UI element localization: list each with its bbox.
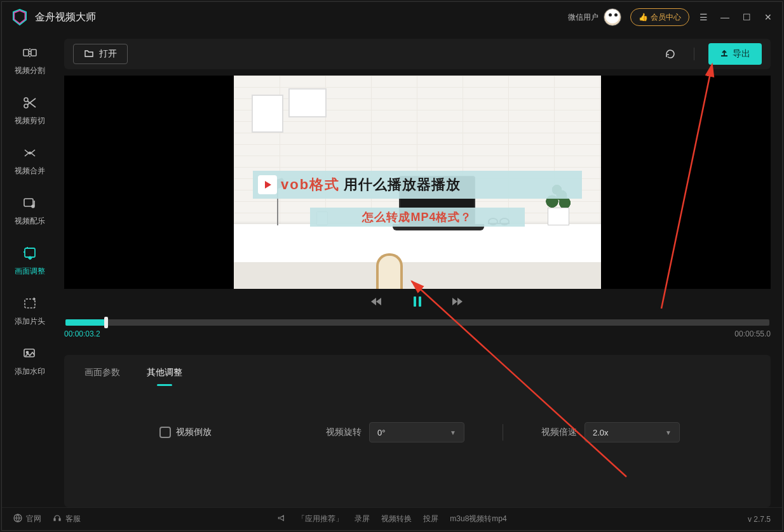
sidebar-item-label: 视频分割	[15, 65, 45, 76]
footer: 官网 客服 「应用推荐」 录屏 视频转换 投屏 m3u8视频转mp4 v 2.7…	[2, 507, 782, 530]
sidebar-item-watermark[interactable]: 添加水印	[7, 345, 53, 377]
svg-point-9	[32, 205, 34, 208]
sidebar-item-split[interactable]: 视频分割	[7, 44, 53, 76]
close-button[interactable]: ✕	[763, 12, 773, 22]
time-duration: 00:00:55.0	[734, 329, 771, 338]
avatar[interactable]	[604, 8, 621, 26]
tab-other-adjust[interactable]: 其他调整	[145, 363, 184, 382]
svg-rect-20	[54, 519, 55, 521]
checkbox-icon	[159, 427, 171, 438]
time-current: 00:00:03.2	[64, 329, 100, 338]
sidebar-item-adjust[interactable]: + 画面调整	[7, 244, 53, 277]
caption-text-red: vob格式	[281, 175, 340, 194]
split-icon	[21, 44, 39, 62]
timeline-track[interactable]	[65, 319, 769, 326]
timeline-fill	[65, 319, 106, 326]
thumbs-up-icon: 👍	[639, 13, 648, 22]
sidebar-item-label: 视频合并	[15, 166, 45, 176]
open-button[interactable]: 打开	[73, 44, 128, 64]
controls-row: 视频倒放 视频旋转 0° ▼ 视频倍速 2.0x ▼	[77, 422, 758, 442]
merge-icon	[21, 144, 39, 162]
pause-button[interactable]	[410, 294, 425, 309]
footer-link-convert[interactable]: 视频转换	[381, 514, 412, 524]
globe-icon	[13, 514, 22, 524]
caption-overlay-2: 怎么转成MP4格式？	[310, 208, 525, 227]
open-label: 打开	[99, 48, 117, 60]
watermark-icon	[21, 345, 39, 362]
svg-text:+: +	[29, 255, 32, 261]
scissors-icon	[21, 94, 39, 112]
footer-support-label: 客服	[65, 514, 81, 524]
chevron-down-icon: ▼	[665, 429, 672, 436]
caption-text-black: 用什么播放器播放	[344, 175, 461, 194]
toolbar: 打开 导出	[64, 39, 771, 69]
sidebar-item-music[interactable]: 视频配乐	[7, 194, 53, 227]
video-preview: vob格式 用什么播放器播放 怎么转成MP4格式？	[64, 76, 771, 289]
sidebar-item-label: 视频剪切	[15, 116, 45, 126]
music-icon	[21, 194, 39, 212]
svg-rect-0	[24, 50, 29, 56]
rotate-value: 0°	[377, 428, 385, 437]
sidebar-item-label: 画面调整	[15, 266, 45, 277]
play-badge-icon	[258, 175, 277, 194]
maximize-button[interactable]: ☐	[741, 12, 752, 22]
divider	[503, 424, 503, 441]
svg-rect-1	[31, 50, 36, 56]
intro-icon	[21, 295, 39, 312]
footer-link-cast[interactable]: 投屏	[423, 514, 438, 524]
footer-support-link[interactable]: 客服	[53, 514, 81, 524]
sidebar-item-cut[interactable]: 视频剪切	[7, 94, 53, 126]
folder-icon	[84, 48, 94, 60]
titlebar: 金舟视频大师 微信用户 👍 会员中心 ☰ — ☐ ✕	[2, 2, 782, 32]
svg-rect-15	[414, 296, 416, 307]
rotate-select[interactable]: 0° ▼	[369, 422, 464, 442]
adjust-icon: +	[21, 244, 39, 262]
footer-link-m3u8[interactable]: m3u8视频转mp4	[450, 514, 506, 524]
app-window: 金舟视频大师 微信用户 👍 会员中心 ☰ — ☐ ✕ 视频分割 视频剪切	[1, 1, 783, 531]
headset-icon	[53, 514, 62, 524]
rewind-button[interactable]	[369, 294, 384, 309]
app-logo-icon	[11, 8, 29, 26]
window-controls: ☰ — ☐ ✕	[698, 12, 773, 22]
sidebar: 视频分割 视频剪切 视频合并 视频配乐 + 画面调整 添加片头	[2, 32, 58, 507]
sidebar-item-label: 视频配乐	[15, 216, 45, 227]
export-button[interactable]: 导出	[708, 43, 762, 65]
sidebar-item-label: 添加片头	[15, 316, 45, 327]
main-panel: 打开 导出	[58, 32, 782, 507]
refresh-icon	[665, 48, 676, 60]
footer-link-record[interactable]: 录屏	[355, 514, 370, 524]
rotate-label: 视频旋转	[326, 427, 362, 438]
tab-picture-params[interactable]: 画面参数	[83, 363, 121, 382]
minimize-button[interactable]: —	[720, 12, 730, 22]
svg-point-7	[29, 152, 31, 154]
chevron-down-icon: ▼	[450, 429, 456, 436]
reverse-label: 视频倒放	[176, 427, 212, 438]
video-frame[interactable]: vob格式 用什么播放器播放 怎么转成MP4格式？	[234, 76, 601, 289]
timeline-thumb[interactable]	[104, 317, 108, 328]
tabs: 画面参数 其他调整	[77, 355, 758, 390]
vip-label: 会员中心	[651, 12, 681, 23]
speed-label: 视频倍速	[541, 427, 577, 438]
footer-promo-label: 「应用推荐」	[297, 514, 343, 524]
export-label: 导出	[733, 48, 750, 60]
menu-button[interactable]: ☰	[698, 12, 708, 22]
refresh-button[interactable]	[661, 44, 680, 63]
upload-icon	[720, 49, 729, 60]
user-label: 微信用户	[568, 12, 598, 23]
svg-rect-16	[419, 296, 421, 307]
reverse-checkbox[interactable]: 视频倒放	[159, 427, 212, 438]
svg-rect-21	[59, 519, 60, 521]
sidebar-item-merge[interactable]: 视频合并	[7, 144, 53, 176]
footer-promo: 「应用推荐」 录屏 视频转换 投屏 m3u8视频转mp4	[277, 514, 506, 524]
megaphone-icon	[277, 514, 286, 524]
speed-select[interactable]: 2.0x ▼	[585, 422, 680, 442]
svg-rect-12	[25, 299, 35, 308]
sidebar-item-intro[interactable]: 添加片头	[7, 295, 53, 327]
forward-button[interactable]	[450, 294, 466, 309]
sidebar-item-label: 添加水印	[15, 366, 45, 377]
timeline: 00:00:03.2 00:00:55.0	[64, 314, 771, 341]
caption-overlay-1: vob格式 用什么播放器播放	[253, 171, 582, 199]
vip-center-button[interactable]: 👍 会员中心	[630, 8, 689, 26]
footer-version: v 2.7.5	[748, 515, 771, 524]
footer-site-link[interactable]: 官网	[13, 514, 41, 524]
